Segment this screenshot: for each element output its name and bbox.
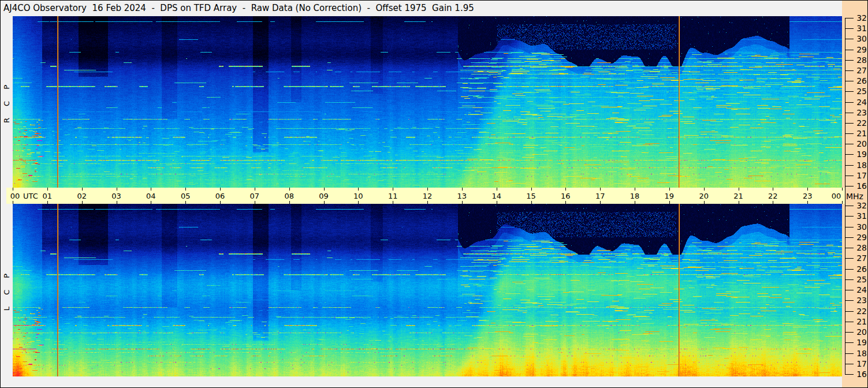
freq-label-top-30: 30 xyxy=(852,34,867,43)
freq-label-bottom-22: 22 xyxy=(852,307,867,316)
hour-label-18: 18 xyxy=(630,192,640,200)
hour-tick-20-bottom xyxy=(704,201,705,204)
hour-tick-11-bottom xyxy=(393,201,393,204)
hour-tick-1-top xyxy=(47,188,48,191)
hour-label-19: 19 xyxy=(665,192,675,200)
hour-tick-17-top xyxy=(600,188,601,191)
freq-label-top-18: 18 xyxy=(852,161,867,170)
hour-tick-24-top xyxy=(842,188,843,191)
freq-label-bottom-18: 18 xyxy=(852,349,867,358)
hour-tick-24-bottom xyxy=(842,201,843,204)
hour-label-20: 20 xyxy=(699,192,709,200)
hour-tick-12-bottom xyxy=(427,201,428,204)
freq-label-bottom-32: 32 xyxy=(852,201,867,210)
spectrogram-lcp-canvas xyxy=(13,204,842,376)
hour-tick-18-bottom xyxy=(635,201,635,204)
freq-label-bottom-30: 30 xyxy=(852,222,867,232)
hour-tick-5-bottom xyxy=(185,201,186,204)
hour-tick-23-bottom xyxy=(807,201,808,204)
utc-unit-label: UTC xyxy=(23,192,38,200)
freq-label-bottom-23: 23 xyxy=(852,296,867,305)
hour-tick-21-bottom xyxy=(739,201,739,204)
hour-label-1: 01 xyxy=(43,192,53,200)
hour-tick-0-bottom xyxy=(13,201,13,204)
hour-label-0: 00 xyxy=(10,192,20,200)
hour-tick-4-top xyxy=(151,188,151,191)
freq-label-bottom-21: 21 xyxy=(852,317,867,326)
spectrogram-rcp-canvas xyxy=(13,16,842,188)
hour-label-22: 22 xyxy=(768,192,778,200)
hour-label-16: 16 xyxy=(561,192,571,200)
hour-tick-10-bottom xyxy=(358,201,359,204)
hour-tick-8-bottom xyxy=(289,201,290,204)
hour-label-2: 02 xyxy=(77,192,87,200)
freq-label-bottom-27: 27 xyxy=(852,253,867,263)
hour-label-14: 14 xyxy=(491,192,501,200)
hour-tick-4-bottom xyxy=(151,201,151,204)
hour-label-17: 17 xyxy=(595,192,605,200)
hour-tick-15-bottom xyxy=(531,201,532,204)
freq-label-top-23: 23 xyxy=(852,108,867,117)
hour-tick-6-bottom xyxy=(220,201,221,204)
freq-label-bottom-26: 26 xyxy=(852,264,867,274)
freq-label-top-32: 32 xyxy=(852,13,867,23)
hour-tick-20-top xyxy=(704,188,705,191)
hour-tick-9-top xyxy=(324,188,325,191)
hour-tick-16-top xyxy=(565,188,566,191)
hour-tick-13-bottom xyxy=(462,201,463,204)
hour-label-24: 00 xyxy=(832,192,841,200)
hour-tick-16-bottom xyxy=(565,201,566,204)
hour-tick-2-bottom xyxy=(82,201,83,204)
hour-label-13: 13 xyxy=(457,192,467,200)
panel-label-lcp: L C P xyxy=(2,269,11,311)
freq-label-bottom-24: 24 xyxy=(852,285,867,294)
freq-label-top-21: 21 xyxy=(852,129,867,138)
frequency-axis-line xyxy=(845,18,845,374)
freq-label-top-31: 31 xyxy=(852,24,867,33)
freq-label-top-16: 16 xyxy=(852,181,867,191)
hour-tick-9-bottom xyxy=(324,201,325,204)
hour-tick-1-bottom xyxy=(47,201,48,204)
hour-tick-0-top xyxy=(13,188,13,191)
hour-tick-10-top xyxy=(358,188,359,191)
hour-label-5: 05 xyxy=(181,192,191,200)
time-axis-band: 0001020304050607080910111213141516171819… xyxy=(6,188,845,204)
freq-label-bottom-28: 28 xyxy=(852,243,867,252)
hour-label-6: 06 xyxy=(215,192,225,200)
hour-label-11: 11 xyxy=(388,192,398,200)
hour-tick-2-top xyxy=(82,188,83,191)
freq-label-top-26: 26 xyxy=(852,76,867,85)
freq-label-bottom-25: 25 xyxy=(852,275,867,284)
freq-label-bottom-17: 17 xyxy=(852,359,867,368)
freq-label-top-28: 28 xyxy=(852,55,867,65)
hour-label-4: 04 xyxy=(146,192,156,200)
hour-tick-5-top xyxy=(185,188,186,191)
hour-tick-21-top xyxy=(739,188,739,191)
hour-label-21: 21 xyxy=(733,192,743,200)
freq-label-bottom-31: 31 xyxy=(852,211,867,221)
hour-tick-22-top xyxy=(773,188,773,191)
hour-label-9: 09 xyxy=(319,192,329,200)
freq-label-bottom-19: 19 xyxy=(852,338,867,347)
panel-label-rcp: R C P xyxy=(2,80,11,123)
freq-label-top-19: 19 xyxy=(852,150,867,159)
hour-tick-19-bottom xyxy=(669,201,670,204)
hour-tick-17-bottom xyxy=(600,201,601,204)
hour-tick-13-top xyxy=(462,188,463,191)
hour-tick-14-bottom xyxy=(497,201,497,204)
hour-tick-22-bottom xyxy=(773,201,773,204)
hour-tick-15-top xyxy=(531,188,532,191)
freq-label-top-25: 25 xyxy=(852,87,867,96)
hour-tick-12-top xyxy=(427,188,428,191)
hour-label-8: 08 xyxy=(284,192,294,200)
freq-label-top-20: 20 xyxy=(852,139,867,148)
hour-label-3: 03 xyxy=(111,192,121,200)
frequency-unit-label: MHz xyxy=(846,192,863,201)
hour-tick-18-top xyxy=(635,188,635,191)
freq-label-top-27: 27 xyxy=(852,66,867,75)
hour-tick-7-bottom xyxy=(255,201,255,204)
hour-tick-14-top xyxy=(497,188,497,191)
freq-label-top-24: 24 xyxy=(852,98,867,107)
hour-tick-7-top xyxy=(255,188,255,191)
hour-tick-11-top xyxy=(393,188,393,191)
